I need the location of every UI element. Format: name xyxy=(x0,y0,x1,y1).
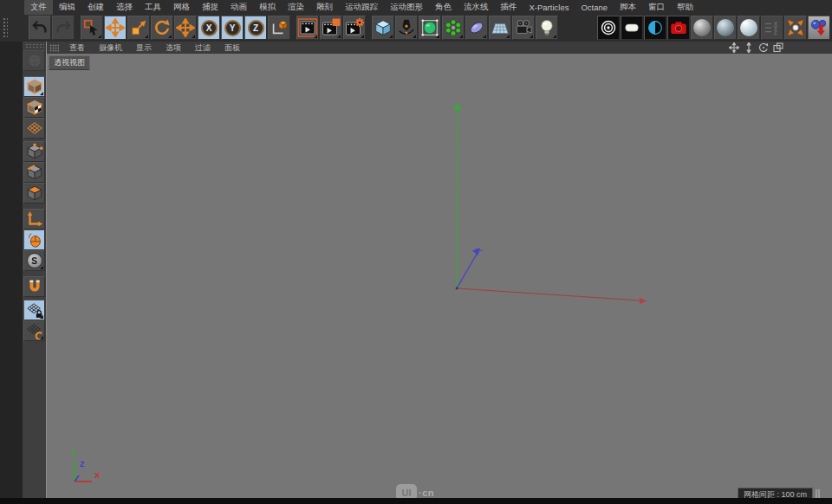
menu-render[interactable]: 渲染 xyxy=(282,0,310,15)
enable-axis-button[interactable] xyxy=(23,209,45,229)
main-area: S xyxy=(0,42,832,504)
render-view-button[interactable] xyxy=(296,16,319,40)
rotate-view-button[interactable] xyxy=(757,42,769,53)
pan-view-icon xyxy=(729,42,739,53)
mograph-icon xyxy=(444,18,463,37)
zoom-view-icon xyxy=(744,42,754,53)
gizmo-y-label: Y xyxy=(71,449,76,457)
gizmo-z-label: Z xyxy=(80,460,85,468)
pan-view-button[interactable] xyxy=(728,42,739,53)
model-mode-button[interactable] xyxy=(23,76,45,97)
z-axis-lock-button[interactable]: Z xyxy=(244,16,267,40)
vp-menu-panel[interactable]: 面板 xyxy=(218,41,247,55)
menu-character[interactable]: 角色 xyxy=(429,0,458,15)
octane-light-button[interactable] xyxy=(621,16,643,40)
menu-help[interactable]: 帮助 xyxy=(671,0,699,15)
polygons-mode-button[interactable] xyxy=(23,183,45,204)
menu-pipeline[interactable]: 流水线 xyxy=(458,0,495,15)
material-sphere-1-button[interactable] xyxy=(691,16,713,40)
camera-button[interactable] xyxy=(512,16,535,40)
menu-animate[interactable]: 动画 xyxy=(224,0,253,15)
model-mode-icon xyxy=(26,78,43,95)
menu-mograph[interactable]: 运动图形 xyxy=(384,0,429,15)
y-axis-lock-button[interactable]: Y xyxy=(221,16,244,40)
menu-simulate[interactable]: 模拟 xyxy=(253,0,282,15)
redo-button[interactable] xyxy=(52,16,75,40)
points-mode-button[interactable] xyxy=(23,141,45,162)
last-tool-move-icon xyxy=(176,18,195,37)
menu-octane[interactable]: Octane xyxy=(575,1,614,14)
vp-menu-filter[interactable]: 过滤 xyxy=(188,41,218,55)
xparticles-icon xyxy=(786,18,805,37)
render-view-icon xyxy=(297,17,318,38)
texture-mode-button[interactable] xyxy=(23,97,45,118)
edges-mode-button[interactable] xyxy=(23,162,45,183)
render-settings-icon xyxy=(344,17,365,38)
light-button[interactable] xyxy=(536,16,558,40)
subdivision-surface-button[interactable] xyxy=(419,16,441,40)
toolbar-grip[interactable] xyxy=(2,16,8,39)
move-tool-button[interactable] xyxy=(104,16,127,40)
workplane-rotate-button[interactable] xyxy=(23,320,45,341)
magnet-snap-button[interactable] xyxy=(23,276,45,297)
octane-liveviewer-button[interactable] xyxy=(597,16,620,40)
undo-button[interactable] xyxy=(29,16,51,40)
xparticles-button[interactable] xyxy=(784,16,807,40)
vp-menu-options[interactable]: 选项 xyxy=(159,41,188,55)
viewport-menubar: 查看 摄像机 显示 选项 过滤 面板 xyxy=(47,42,832,54)
menu-sculpt[interactable]: 雕刻 xyxy=(310,0,339,15)
xyz-disabled-button[interactable]: XYZ xyxy=(761,16,783,40)
workplane-mode-button[interactable] xyxy=(23,118,45,139)
dynamics-gravity-icon xyxy=(809,18,829,37)
dynamics-gravity-button[interactable] xyxy=(808,16,830,40)
toggle-panel-button[interactable] xyxy=(772,42,783,53)
octane-camera-icon xyxy=(669,18,688,37)
viewport-menubar-grip[interactable] xyxy=(49,44,59,52)
menu-tools[interactable]: 工具 xyxy=(139,0,167,15)
mograph-button[interactable] xyxy=(442,16,465,40)
menu-create[interactable]: 创建 xyxy=(81,0,110,15)
octane-camera-button[interactable] xyxy=(667,16,690,40)
menu-script[interactable]: 脚本 xyxy=(614,0,642,15)
x-axis-lock-button[interactable]: X xyxy=(198,16,220,40)
viewport-solo-button[interactable] xyxy=(23,229,45,250)
sculpt-mode-button[interactable] xyxy=(23,50,45,71)
vp-menu-view[interactable]: 查看 xyxy=(62,41,92,55)
scale-tool-button[interactable] xyxy=(127,16,150,40)
menu-snap[interactable]: 捕捉 xyxy=(196,0,224,15)
snap-settings-button[interactable]: S xyxy=(23,250,45,271)
menu-file[interactable]: 文件 xyxy=(24,0,53,15)
environment-button[interactable] xyxy=(489,16,511,40)
vp-menu-display[interactable]: 显示 xyxy=(129,41,159,55)
render-settings-button[interactable] xyxy=(343,16,366,40)
world-axes xyxy=(47,54,832,498)
material-sphere-3-button[interactable] xyxy=(738,16,760,40)
perspective-viewport[interactable]: 透视视图 xyxy=(47,54,832,504)
vp-menu-cameras[interactable]: 摄像机 xyxy=(92,41,129,55)
live-selection-button[interactable] xyxy=(81,16,103,40)
menu-mesh[interactable]: 网格 xyxy=(167,0,196,15)
menu-motion-tracker[interactable]: 运动跟踪 xyxy=(339,0,384,15)
sculpt-icon xyxy=(26,52,43,69)
coordinate-system-button[interactable] xyxy=(268,16,290,40)
zoom-view-button[interactable] xyxy=(743,42,754,53)
material-sphere-2-button[interactable] xyxy=(714,16,737,40)
menu-xparticles[interactable]: X-Particles xyxy=(523,1,575,14)
workplane-lock-button[interactable] xyxy=(23,300,45,320)
last-tool-button[interactable] xyxy=(174,16,197,40)
primitive-cube-button[interactable] xyxy=(372,16,394,40)
deformer-button[interactable] xyxy=(465,16,488,40)
octane-daylight-icon xyxy=(646,18,665,37)
menu-plugins[interactable]: 插件 xyxy=(495,0,523,15)
spline-pen-button[interactable] xyxy=(395,16,418,40)
svg-text:Z: Z xyxy=(774,29,777,36)
polygons-mode-icon xyxy=(26,184,43,202)
menu-select[interactable]: 选择 xyxy=(110,0,139,15)
render-picture-viewer-button[interactable] xyxy=(320,16,342,40)
octane-daylight-button[interactable] xyxy=(644,16,666,40)
axis-y-lock-icon: Y xyxy=(224,20,241,36)
menu-edit[interactable]: 编辑 xyxy=(53,0,81,15)
menu-window[interactable]: 窗口 xyxy=(642,0,671,15)
sidebar-grip[interactable] xyxy=(25,43,44,48)
rotate-tool-button[interactable] xyxy=(151,16,173,40)
